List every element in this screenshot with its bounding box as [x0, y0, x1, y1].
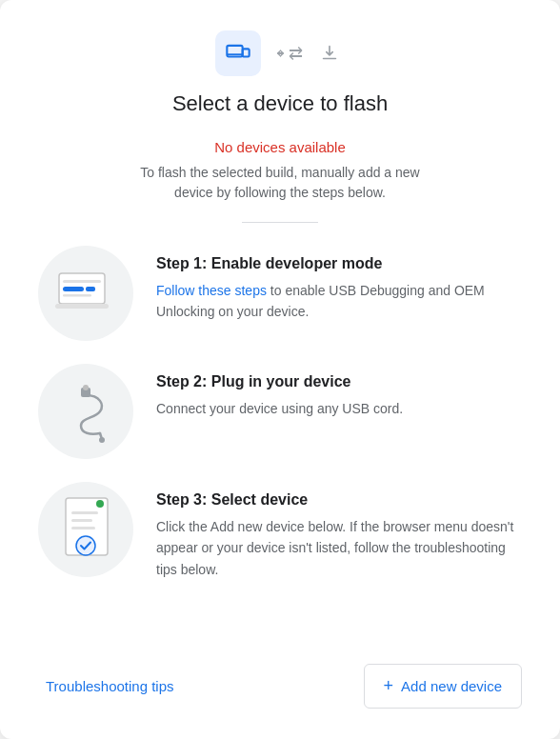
step-3-content: Step 3: Select device Click the Add new … — [156, 482, 522, 580]
step-2-row: Step 2: Plug in your device Connect your… — [38, 364, 522, 459]
svg-rect-6 — [86, 287, 95, 291]
svg-rect-1 — [243, 49, 250, 56]
step-1-illustration — [38, 246, 133, 341]
add-device-plus-icon: + — [384, 676, 394, 696]
svg-rect-8 — [63, 294, 91, 297]
svg-point-13 — [96, 500, 104, 508]
troubleshoot-button[interactable]: Troubleshooting tips — [38, 667, 182, 706]
arrow-icon: ⇄ — [272, 38, 303, 69]
svg-rect-7 — [63, 280, 101, 283]
add-device-button[interactable]: + Add new device — [364, 664, 522, 709]
svg-rect-4 — [55, 304, 109, 309]
step-3-desc: Click the Add new device below. If the b… — [156, 516, 522, 580]
step-2-content: Step 2: Plug in your device Connect your… — [156, 364, 522, 419]
divider — [242, 222, 318, 223]
svg-rect-16 — [71, 527, 95, 529]
step-1-row: Step 1: Enable developer mode Follow the… — [38, 246, 522, 341]
top-icons: ⇄ — [215, 30, 345, 76]
follow-steps-link[interactable]: Follow these steps — [156, 283, 267, 298]
page-title: Select a device to flash — [172, 91, 388, 116]
add-device-label: Add new device — [401, 678, 502, 694]
svg-rect-5 — [63, 287, 84, 291]
svg-point-11 — [99, 437, 105, 443]
device-icon — [215, 30, 261, 76]
steps-container: Step 1: Enable developer mode Follow the… — [38, 246, 522, 580]
step-2-title: Step 2: Plug in your device — [156, 373, 522, 390]
step-3-illustration — [38, 482, 133, 577]
step-3-row: Step 3: Select device Click the Add new … — [38, 482, 522, 580]
step-3-title: Step 3: Select device — [156, 491, 522, 509]
no-devices-label: No devices available — [214, 139, 346, 155]
main-card: ⇄ Select a device to flash No devices av… — [0, 0, 560, 739]
no-devices-desc: To flash the selected build, manually ad… — [128, 163, 432, 203]
svg-rect-14 — [71, 511, 98, 514]
footer-actions: Troubleshooting tips + Add new device — [38, 649, 522, 709]
step-1-content: Step 1: Enable developer mode Follow the… — [156, 246, 522, 323]
svg-rect-15 — [71, 519, 92, 522]
step-2-illustration — [38, 364, 133, 459]
step-1-desc: Follow these steps to enable USB Debuggi… — [156, 280, 522, 323]
download-icon — [314, 38, 345, 69]
svg-point-17 — [76, 536, 95, 555]
step-2-desc: Connect your device using any USB cord. — [156, 398, 522, 419]
step-1-title: Step 1: Enable developer mode — [156, 255, 522, 272]
svg-point-10 — [83, 385, 89, 390]
